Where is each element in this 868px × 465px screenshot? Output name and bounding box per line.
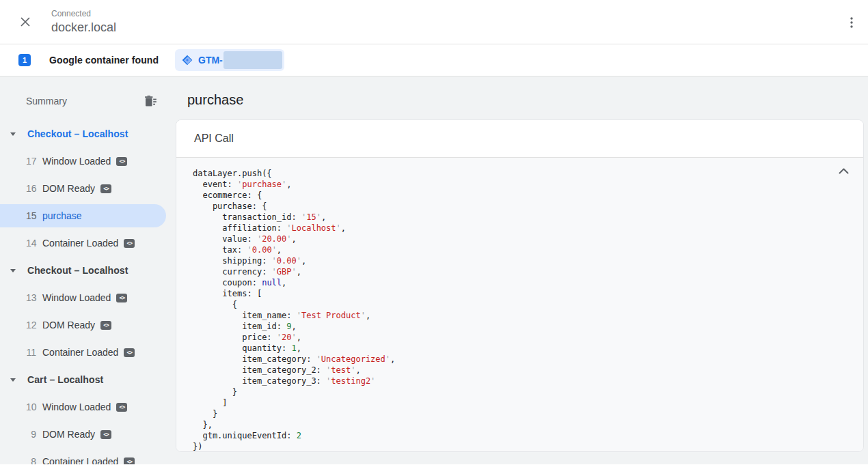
- code-line: dataLayer.push({: [193, 168, 847, 179]
- sidebar-event-row[interactable]: 14Container Loaded<>: [0, 229, 175, 257]
- code-block: dataLayer.push({ event: 'purchase', ecom…: [193, 168, 847, 452]
- close-icon: [20, 16, 31, 27]
- kebab-menu-icon: [850, 17, 853, 28]
- top-bar: Connected docker.local: [0, 0, 868, 44]
- event-label: Window Loaded: [42, 156, 111, 167]
- collapse-triangle-icon: [10, 269, 16, 272]
- code-line: },: [193, 419, 847, 430]
- main-panel: purchase API Call dataLayer.push({ event…: [175, 76, 868, 464]
- container-found-message: Google container found: [49, 55, 159, 66]
- sidebar-group-header[interactable]: Checkout – Localhost: [0, 257, 175, 284]
- code-area: dataLayer.push({ event: 'purchase', ecom…: [176, 158, 863, 452]
- event-number: 13: [26, 292, 36, 303]
- code-line: tax: '0.00',: [193, 244, 847, 255]
- code-line: value: '20.00',: [193, 234, 847, 244]
- summary-label: Summary: [26, 96, 67, 107]
- event-label: Container Loaded: [42, 347, 118, 358]
- code-line: coupon: null,: [193, 277, 847, 288]
- code-line: transaction_id: '15',: [193, 212, 847, 223]
- code-line: shipping: '0.00',: [193, 255, 847, 266]
- code-line: }: [193, 408, 847, 419]
- more-options-button[interactable]: [846, 17, 857, 28]
- clear-events-button[interactable]: [143, 94, 157, 108]
- event-label: Window Loaded: [42, 401, 111, 412]
- code-line: ]: [193, 397, 847, 408]
- sidebar-event-row[interactable]: 15purchase: [0, 204, 166, 227]
- event-number: 12: [26, 320, 36, 330]
- sidebar-event-groups: Checkout – Localhost17Window Loaded<>16D…: [0, 120, 175, 464]
- code-badge-icon: <>: [124, 348, 135, 357]
- collapse-code-button[interactable]: [837, 166, 850, 175]
- event-number: 9: [26, 429, 36, 440]
- code-badge-icon: <>: [100, 321, 111, 330]
- event-label: DOM Ready: [42, 429, 95, 440]
- event-number: 17: [26, 156, 36, 167]
- code-line: currency: 'GBP',: [193, 266, 847, 277]
- code-line: items: [: [193, 288, 847, 299]
- code-badge-icon: <>: [116, 294, 127, 302]
- event-number: 8: [26, 456, 36, 464]
- event-number: 14: [26, 238, 36, 249]
- container-id-prefix: GTM-: [198, 55, 223, 66]
- sidebar-group-header[interactable]: Checkout – Localhost: [0, 120, 175, 147]
- event-number: 11: [26, 347, 36, 358]
- sidebar-event-row[interactable]: 16DOM Ready<>: [0, 175, 175, 202]
- sidebar-event-row[interactable]: 17Window Loaded<>: [0, 147, 175, 175]
- event-label: Container Loaded: [42, 238, 118, 249]
- content-area: Summary Checkout – Localhost17Window Loa…: [0, 76, 868, 464]
- code-line: quantity: 1,: [193, 343, 847, 354]
- api-call-card: API Call dataLayer.push({ event: 'purcha…: [176, 119, 864, 452]
- connection-info: Connected docker.local: [51, 9, 116, 35]
- sidebar-group-header[interactable]: Cart – Localhost: [0, 366, 175, 393]
- sidebar-group-label: Checkout – Localhost: [27, 128, 128, 139]
- code-line: item_name: 'Test Product',: [193, 310, 847, 321]
- sidebar-event-row[interactable]: 11Container Loaded<>: [0, 339, 175, 366]
- code-line: item_category_2: 'test',: [193, 365, 847, 376]
- event-sidebar: Summary Checkout – Localhost17Window Loa…: [0, 76, 175, 464]
- code-badge-icon: <>: [100, 430, 111, 439]
- close-button[interactable]: [18, 15, 32, 29]
- collapse-triangle-icon: [10, 378, 16, 382]
- code-line: gtm.uniqueEventId: 2: [193, 430, 847, 441]
- container-count-badge: 1: [18, 54, 31, 66]
- code-line: }: [193, 386, 847, 397]
- container-id-redacted: [223, 51, 282, 69]
- code-badge-icon: <>: [100, 184, 111, 193]
- card-header: API Call: [176, 120, 863, 158]
- code-badge-icon: <>: [124, 239, 135, 248]
- code-line: price: '20',: [193, 332, 847, 343]
- code-line: }): [193, 441, 847, 452]
- event-label: DOM Ready: [42, 320, 95, 330]
- page-title: purchase: [187, 90, 864, 109]
- code-badge-icon: <>: [124, 457, 135, 465]
- sidebar-group-label: Cart – Localhost: [27, 374, 103, 385]
- chevron-up-icon: [839, 168, 849, 174]
- sidebar-event-row[interactable]: 10Window Loaded<>: [0, 393, 175, 421]
- gtm-container-chip[interactable]: GTM-: [175, 49, 284, 71]
- code-line: {: [193, 299, 847, 310]
- container-notice-bar: 1 Google container found GTM-: [0, 44, 868, 76]
- connected-host-name: docker.local: [51, 20, 116, 35]
- collapse-triangle-icon: [10, 132, 16, 136]
- code-line: item_category_3: 'testing2': [193, 376, 847, 386]
- sidebar-event-row[interactable]: 13Window Loaded<>: [0, 284, 175, 311]
- event-label: Container Loaded: [42, 456, 118, 464]
- event-label: Window Loaded: [42, 292, 111, 303]
- event-number: 16: [26, 183, 36, 194]
- delete-sweep-icon: [144, 96, 157, 107]
- event-label: DOM Ready: [42, 183, 95, 194]
- event-number: 15: [26, 210, 36, 221]
- code-line: event: 'purchase',: [193, 179, 847, 190]
- event-label: purchase: [42, 210, 82, 221]
- code-line: purchase: {: [193, 201, 847, 212]
- event-number: 10: [26, 401, 36, 412]
- code-line: item_id: 9,: [193, 321, 847, 332]
- sidebar-event-row[interactable]: 9DOM Ready<>: [0, 421, 175, 448]
- code-badge-icon: <>: [116, 157, 127, 166]
- sidebar-item-summary[interactable]: Summary: [0, 91, 175, 111]
- sidebar-event-row[interactable]: 12DOM Ready<>: [0, 311, 175, 339]
- sidebar-event-row[interactable]: 8Container Loaded<>: [0, 448, 175, 464]
- code-badge-icon: <>: [116, 403, 127, 412]
- gtm-logo-icon: [182, 55, 193, 66]
- code-line: affiliation: 'Localhost',: [193, 223, 847, 234]
